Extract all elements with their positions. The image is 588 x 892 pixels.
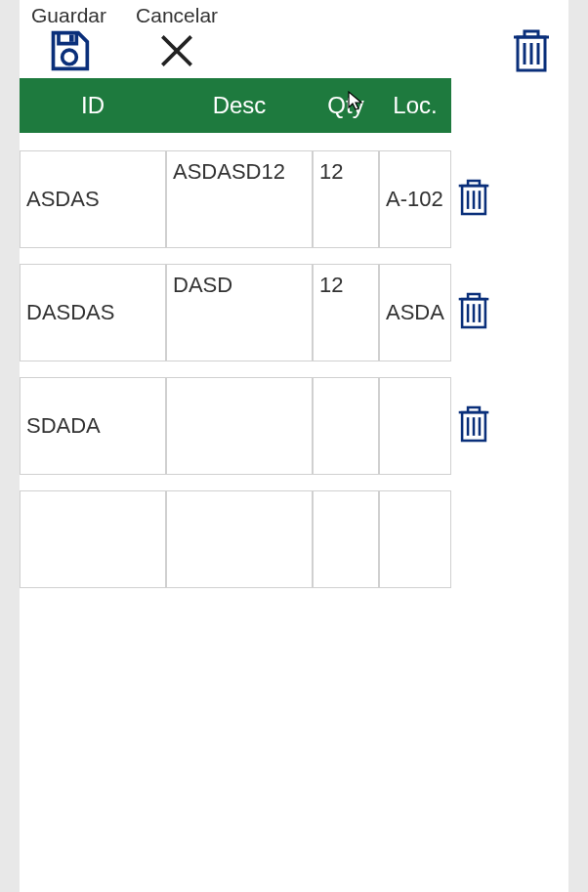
toolbar: Guardar Cancelar <box>20 0 568 76</box>
cell-qty[interactable] <box>313 377 379 475</box>
save-button[interactable]: Guardar <box>31 4 106 76</box>
cell-qty[interactable]: 12 <box>313 264 379 361</box>
cell-id[interactable] <box>20 490 166 588</box>
trash-icon <box>457 204 490 221</box>
cell-desc[interactable] <box>166 377 313 475</box>
cell-desc[interactable] <box>166 490 313 588</box>
table-row <box>20 490 568 588</box>
delete-row-button[interactable] <box>457 404 490 448</box>
cell-desc[interactable]: DASD <box>166 264 313 361</box>
data-table: ID Desc Qty Loc. ASDAS ASDASD12 12 A-102 <box>20 78 568 588</box>
svg-point-1 <box>62 50 76 64</box>
cell-loc[interactable]: ASDA <box>379 264 451 361</box>
trash-icon <box>457 318 490 334</box>
col-header-qty: Qty <box>313 78 379 133</box>
cell-qty[interactable] <box>313 490 379 588</box>
close-icon <box>155 29 198 76</box>
cell-id[interactable]: DASDAS <box>20 264 166 361</box>
cell-desc[interactable]: ASDASD12 <box>166 150 313 248</box>
cell-id[interactable]: ASDAS <box>20 150 166 248</box>
table-row: DASDAS DASD 12 ASDA <box>20 264 568 361</box>
col-header-loc: Loc. <box>379 78 451 133</box>
cancel-button[interactable]: Cancelar <box>136 4 218 76</box>
delete-row-button[interactable] <box>457 177 490 222</box>
cell-id[interactable]: SDADA <box>20 377 166 475</box>
col-header-id: ID <box>20 78 166 133</box>
table-row: ASDAS ASDASD12 12 A-102 <box>20 150 568 248</box>
svg-rect-0 <box>69 35 74 42</box>
save-label: Guardar <box>31 4 106 27</box>
col-header-desc: Desc <box>166 78 313 133</box>
cancel-label: Cancelar <box>136 4 218 27</box>
cell-qty[interactable]: 12 <box>313 150 379 248</box>
table-row: SDADA <box>20 377 568 475</box>
save-icon <box>48 29 91 76</box>
app-container: Guardar Cancelar <box>20 0 568 892</box>
table-header: ID Desc Qty Loc. <box>20 78 451 133</box>
delete-row-button[interactable] <box>457 290 490 335</box>
cell-loc[interactable] <box>379 377 451 475</box>
trash-icon <box>512 61 551 77</box>
cell-loc[interactable]: A-102 <box>379 150 451 248</box>
cell-loc[interactable] <box>379 490 451 588</box>
table-body: ASDAS ASDASD12 12 A-102 <box>20 133 568 588</box>
delete-all-button[interactable] <box>512 27 551 78</box>
trash-icon <box>457 431 490 447</box>
